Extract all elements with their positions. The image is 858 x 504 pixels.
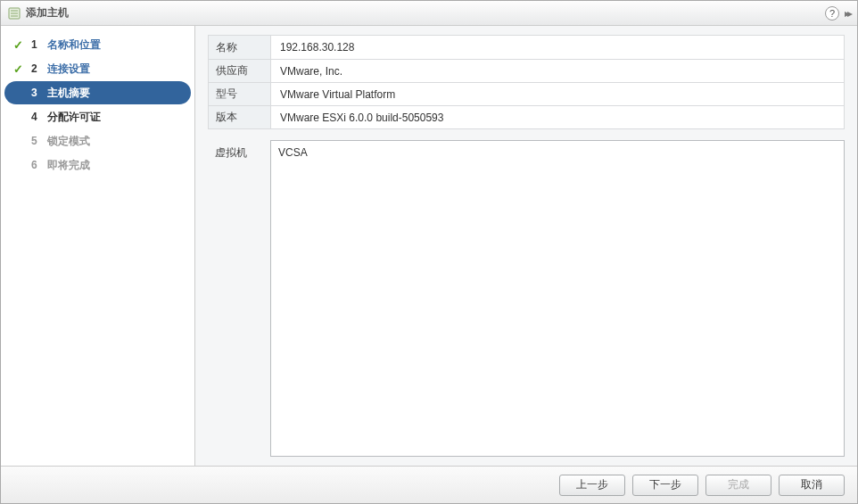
wizard-step-connection[interactable]: ✓ 2 连接设置 bbox=[4, 57, 191, 80]
check-icon: ✓ bbox=[13, 38, 24, 52]
step-label: 名称和位置 bbox=[47, 37, 101, 53]
host-summary-table: 名称 192.168.30.128 供应商 VMware, Inc. 型号 VM… bbox=[208, 35, 845, 129]
wizard-steps-sidebar: ✓ 1 名称和位置 ✓ 2 连接设置 ✓ 3 主机摘要 ✓ 4 分配许可证 ✓ bbox=[1, 26, 195, 466]
step-label: 主机摘要 bbox=[47, 86, 90, 101]
vm-label: 虚拟机 bbox=[208, 140, 270, 457]
check-icon: ✓ bbox=[13, 62, 24, 76]
summary-label: 供应商 bbox=[209, 60, 271, 82]
summary-label: 版本 bbox=[209, 106, 271, 128]
step-label: 锁定模式 bbox=[47, 134, 90, 149]
wizard-step-assign-license: ✓ 4 分配许可证 bbox=[4, 105, 191, 128]
step-label: 连接设置 bbox=[47, 62, 90, 77]
wizard-step-lockdown-mode: ✓ 5 锁定模式 bbox=[4, 129, 191, 153]
summary-row-model: 型号 VMware Virtual Platform bbox=[209, 82, 844, 105]
back-button[interactable]: 上一步 bbox=[559, 475, 625, 496]
expand-icon[interactable]: ▸▸ bbox=[845, 7, 850, 20]
host-icon bbox=[8, 7, 21, 20]
summary-row-vendor: 供应商 VMware, Inc. bbox=[209, 59, 844, 82]
step-number: 4 bbox=[31, 111, 40, 123]
cancel-button[interactable]: 取消 bbox=[779, 475, 845, 496]
wizard-step-name-location[interactable]: ✓ 1 名称和位置 bbox=[4, 33, 191, 56]
summary-value: 192.168.30.128 bbox=[271, 41, 354, 54]
dialog-footer: 上一步 下一步 完成 取消 bbox=[1, 466, 857, 503]
summary-value: VMware, Inc. bbox=[271, 65, 342, 78]
step-number: 2 bbox=[31, 62, 40, 75]
summary-value: VMware ESXi 6.0.0 build-5050593 bbox=[271, 112, 443, 124]
main-content: 名称 192.168.30.128 供应商 VMware, Inc. 型号 VM… bbox=[195, 26, 857, 466]
help-icon[interactable]: ? bbox=[825, 6, 839, 21]
summary-row-name: 名称 192.168.30.128 bbox=[209, 36, 844, 59]
dialog-title: 添加主机 bbox=[26, 5, 820, 21]
step-label: 分配许可证 bbox=[47, 110, 101, 125]
add-host-dialog: 添加主机 ? ▸▸ ✓ 1 名称和位置 ✓ 2 连接设置 ✓ 3 主机摘要 ✓ … bbox=[0, 0, 858, 504]
dialog-body: ✓ 1 名称和位置 ✓ 2 连接设置 ✓ 3 主机摘要 ✓ 4 分配许可证 ✓ bbox=[1, 26, 857, 466]
summary-label: 名称 bbox=[209, 36, 271, 59]
vm-list-item: VCSA bbox=[278, 146, 837, 159]
summary-row-version: 版本 VMware ESXi 6.0.0 build-5050593 bbox=[209, 105, 844, 128]
step-number: 5 bbox=[31, 135, 40, 147]
step-number: 6 bbox=[31, 159, 40, 171]
vm-section: 虚拟机 VCSA bbox=[208, 140, 845, 457]
titlebar: 添加主机 ? ▸▸ bbox=[1, 1, 857, 26]
finish-button: 完成 bbox=[705, 475, 771, 496]
summary-value: VMware Virtual Platform bbox=[271, 88, 395, 101]
wizard-step-ready-to-complete: ✓ 6 即将完成 bbox=[4, 153, 191, 177]
next-button[interactable]: 下一步 bbox=[632, 475, 698, 496]
summary-label: 型号 bbox=[209, 83, 271, 105]
wizard-step-host-summary: ✓ 3 主机摘要 bbox=[4, 81, 191, 104]
step-label: 即将完成 bbox=[47, 158, 90, 173]
vm-list-box: VCSA bbox=[270, 140, 845, 457]
step-number: 3 bbox=[31, 87, 40, 99]
step-number: 1 bbox=[31, 38, 40, 51]
